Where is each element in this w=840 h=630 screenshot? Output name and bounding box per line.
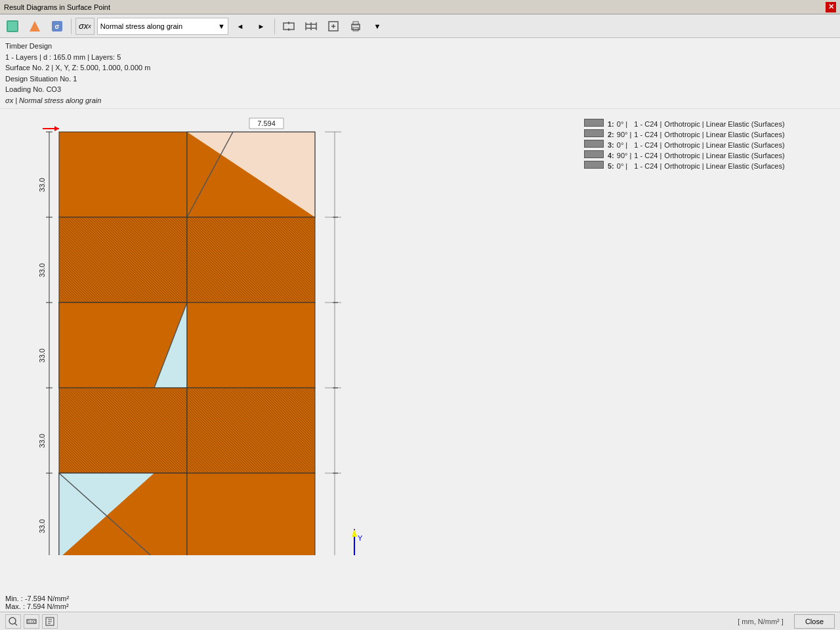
measure-icon[interactable]: 0.00: [24, 614, 39, 629]
legend-id: 4:: [608, 150, 617, 161]
info-line1: Timber Design: [5, 41, 835, 52]
titlebar-title: Result Diagrams in Surface Point: [4, 3, 110, 11]
legend-material: Orthotropic | Linear Elastic (Surfaces): [664, 150, 784, 161]
svg-marker-82: [352, 529, 357, 537]
legend-layer: 1 - C24 |: [634, 129, 664, 140]
info-line3: Surface No. 2 | X, Y, Z: 5.000, 1.000, 0…: [5, 62, 835, 74]
svg-rect-36: [59, 217, 187, 303]
legend-angle: 0° |: [617, 161, 635, 171]
grid-icon[interactable]: [301, 17, 321, 35]
legend-color-swatch: [584, 129, 604, 137]
legend-color-swatch: [584, 150, 604, 158]
legend-item: 1:0° |1 - C24 |Orthotropic | Linear Elas…: [584, 119, 785, 129]
svg-line-87: [15, 623, 18, 625]
svg-text:7.594: 7.594: [257, 119, 276, 127]
legend-color-swatch: [584, 119, 604, 127]
info-line2: 1 - Layers | d : 165.0 mm | Layers: 5: [5, 52, 835, 63]
legend-id: 2:: [608, 129, 617, 140]
layer-diagram-svg: 7.594: [0, 109, 394, 555]
svg-text:σ: σ: [55, 23, 60, 30]
min-value-label: Min. : -7.594 N/mm²: [5, 595, 835, 602]
toolbar-icon-3[interactable]: σ: [47, 17, 67, 35]
legend-area: 1:0° |1 - C24 |Orthotropic | Linear Elas…: [578, 109, 840, 555]
svg-text:0.00: 0.00: [27, 620, 36, 624]
diagram-area: 7.594: [0, 109, 578, 555]
legend-item: 4:90° |1 - C24 |Orthotropic | Linear Ela…: [584, 150, 785, 161]
svg-rect-37: [187, 217, 315, 303]
bottom-icons: 0.00: [5, 614, 58, 629]
legend-material: Orthotropic | Linear Elastic (Surfaces): [664, 129, 784, 140]
resize-icon[interactable]: [279, 17, 299, 35]
nav-prev-button[interactable]: ◄: [231, 17, 249, 35]
svg-rect-45: [187, 388, 315, 473]
legend-angle: 90° |: [617, 150, 635, 161]
bottom-bar: 0.00 [ mm, N/mm² ] Close: [0, 612, 840, 630]
legend-material: Orthotropic | Linear Elastic (Surfaces): [664, 161, 784, 171]
svg-text:33.0: 33.0: [38, 348, 46, 362]
separator-2: [274, 18, 275, 34]
print-dropdown-arrow[interactable]: ▼: [368, 17, 387, 35]
max-value-label: Max. : 7.594 N/mm²: [5, 602, 835, 610]
info-line5: Loading No. CO3: [5, 84, 835, 95]
toolbar-icon-2[interactable]: [25, 17, 45, 35]
legend-material: Orthotropic | Linear Elastic (Surfaces): [664, 140, 784, 150]
svg-rect-1: [8, 22, 17, 31]
units-label: [ mm, N/mm² ]: [738, 618, 784, 625]
legend-color-swatch: [584, 140, 604, 148]
svg-marker-2: [30, 21, 40, 32]
nav-next-button[interactable]: ►: [252, 17, 270, 35]
zoom-icon[interactable]: [5, 614, 21, 629]
legend-angle: 0° |: [617, 140, 635, 150]
legend-layer: 1 - C24 |: [634, 119, 664, 129]
status-bar: Min. : -7.594 N/mm² Max. : 7.594 N/mm²: [0, 593, 840, 612]
svg-text:33.0: 33.0: [38, 434, 46, 448]
close-button[interactable]: ✕: [826, 2, 836, 12]
info-icon[interactable]: [42, 614, 58, 629]
toolbar: σ σxx Normal stress along grain ▼ ◄ ► ▼: [0, 14, 840, 38]
legend-item: 2:90° |1 - C24 |Orthotropic | Linear Ela…: [584, 129, 785, 140]
toolbar-icon-1[interactable]: [3, 17, 22, 35]
svg-text:33.0: 33.0: [38, 519, 46, 533]
legend-angle: 0° |: [617, 119, 635, 129]
info-panel: Timber Design 1 - Layers | d : 165.0 mm …: [0, 38, 840, 109]
svg-rect-51: [187, 473, 315, 555]
svg-rect-31: [59, 132, 187, 217]
info-line6: σx | Normal stress along grain: [5, 95, 835, 106]
legend-layer: 1 - C24 |: [634, 161, 664, 171]
close-button[interactable]: Close: [794, 614, 835, 629]
legend-id: 3:: [608, 140, 617, 150]
legend-id: 1:: [608, 119, 617, 129]
legend-angle: 90° |: [617, 129, 635, 140]
export-icon[interactable]: [324, 17, 343, 35]
info-line4: Design Situation No. 1: [5, 74, 835, 85]
legend-id: 5:: [608, 161, 617, 171]
svg-rect-44: [59, 388, 187, 473]
legend-item: 5:0° |1 - C24 |Orthotropic | Linear Elas…: [584, 161, 785, 171]
svg-text:33.0: 33.0: [38, 178, 46, 192]
stress-type-dropdown[interactable]: Normal stress along grain ▼: [97, 18, 228, 35]
svg-rect-43: [187, 303, 315, 388]
print-icon[interactable]: [346, 17, 366, 35]
legend-layer: 1 - C24 |: [634, 150, 664, 161]
svg-marker-28: [54, 126, 59, 131]
svg-text:Y: Y: [358, 534, 363, 542]
legend-item: 3:0° |1 - C24 |Orthotropic | Linear Elas…: [584, 140, 785, 150]
legend-layer: 1 - C24 |: [634, 140, 664, 150]
separator-1: [71, 18, 72, 34]
svg-text:33.0: 33.0: [38, 263, 46, 277]
titlebar: Result Diagrams in Surface Point ✕: [0, 0, 840, 14]
legend-material: Orthotropic | Linear Elastic (Surfaces): [664, 119, 784, 129]
legend-color-swatch: [584, 161, 604, 169]
sigma-label: σxx: [75, 18, 94, 35]
